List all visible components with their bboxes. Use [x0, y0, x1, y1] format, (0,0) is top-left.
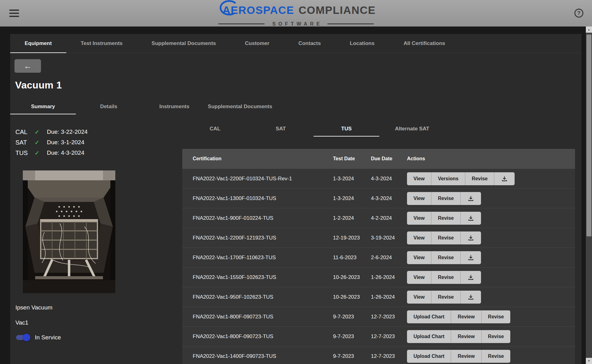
upload-chart-button[interactable]: Upload Chart — [407, 330, 451, 343]
tab-customer[interactable]: Customer — [230, 34, 284, 53]
view-button[interactable]: View — [407, 231, 431, 244]
revise-button[interactable]: Revise — [431, 271, 460, 284]
view-button[interactable]: View — [407, 251, 431, 264]
tab-test-instruments[interactable]: Test Instruments — [66, 34, 137, 53]
status-due-date: Due: 3-1-2024 — [47, 139, 84, 146]
hamburger-menu-button[interactable] — [9, 9, 20, 18]
tab-contacts[interactable]: Contacts — [284, 34, 335, 53]
review-button[interactable]: Review — [451, 310, 481, 323]
action-button-group: View Revise — [407, 251, 481, 264]
summary-panel: CAL ✓ Due: 3-22-2024 SAT ✓ Due: 3-1-2024… — [10, 117, 182, 364]
due-date-cell: 12-7-2023 — [371, 353, 407, 359]
action-button-group: View Revise — [407, 271, 481, 284]
content-container: Equipment Test Instruments Supplemental … — [10, 34, 582, 364]
actions-cell: Upload Chart Review Revise — [407, 330, 575, 343]
check-icon: ✓ — [35, 139, 45, 146]
revise-button[interactable]: Revise — [431, 291, 460, 304]
scroll-up-button[interactable]: ▲ — [586, 27, 592, 33]
download-button[interactable] — [460, 212, 481, 225]
download-icon — [501, 175, 508, 182]
view-button[interactable]: View — [407, 212, 431, 225]
main-tab-bar: Equipment Test Instruments Supplemental … — [10, 34, 582, 53]
review-button[interactable]: Review — [451, 350, 481, 363]
header-certification: Certification — [193, 156, 333, 162]
app-logo: AEROSPACE COMPLIANCE SOFTWARE — [216, 0, 376, 27]
tab-equipment[interactable]: Equipment — [10, 34, 66, 53]
download-button[interactable] — [460, 271, 481, 284]
status-row-tus: TUS ✓ Due: 4-3-2024 — [15, 148, 182, 158]
test-date-cell: 1-2-2024 — [333, 215, 371, 221]
back-button[interactable]: ← — [14, 59, 41, 73]
certification-cell: FNA2022-Vac1-1700F-110623-TUS — [193, 255, 333, 261]
header-test-date: Test Date — [333, 156, 371, 162]
tab-cal[interactable]: CAL — [182, 121, 248, 137]
actions-cell: View Revise — [407, 192, 575, 205]
action-button-group: Upload Chart Review Revise — [407, 350, 510, 363]
revise-button[interactable]: Revise — [465, 172, 494, 185]
view-button[interactable]: View — [407, 271, 431, 284]
back-arrow-icon: ← — [24, 62, 32, 70]
revise-button[interactable]: Revise — [431, 251, 460, 264]
table-row: FNA2022-Vac1-1400F-090723-TUS 9-7-2023 1… — [182, 346, 575, 364]
download-button[interactable] — [460, 192, 481, 205]
due-date-cell: 4-3-2024 — [371, 176, 407, 182]
view-button[interactable]: View — [407, 291, 431, 304]
in-service-toggle[interactable] — [15, 334, 30, 341]
revise-button[interactable]: Revise — [431, 231, 460, 244]
view-button[interactable]: View — [407, 192, 431, 205]
equipment-tag: Vac1 — [15, 319, 182, 326]
tab-instruments[interactable]: Instruments — [142, 99, 207, 114]
table-row: FNA2022-Vac1-1700F-110623-TUS 11-6-2023 … — [182, 247, 575, 267]
logo-subtitle: SOFTWARE — [269, 21, 323, 27]
versions-button[interactable]: Versions — [431, 172, 465, 185]
download-button[interactable] — [460, 251, 481, 264]
header-due-date: Due Date — [371, 156, 407, 162]
revise-button[interactable]: Revise — [481, 310, 511, 323]
upload-chart-button[interactable]: Upload Chart — [407, 350, 451, 363]
scrollbar-thumb[interactable] — [586, 35, 591, 236]
due-date-cell: 4-3-2024 — [371, 195, 407, 202]
tab-summary[interactable]: Summary — [10, 99, 76, 114]
revise-button[interactable]: Revise — [481, 330, 511, 343]
tab-tus[interactable]: TUS — [314, 121, 379, 137]
tab-supplemental-documents[interactable]: Supplemental Documents — [137, 34, 231, 53]
revise-button[interactable]: Revise — [481, 350, 511, 363]
view-button[interactable]: View — [407, 172, 431, 185]
tab-detail-supplemental-documents[interactable]: Supplemental Documents — [207, 99, 273, 114]
tab-alternate-sat[interactable]: Alternate SAT — [379, 121, 445, 137]
revise-button[interactable]: Revise — [431, 192, 460, 205]
action-button-group: View Revise — [407, 291, 481, 304]
download-icon — [467, 294, 474, 301]
help-icon: ? — [577, 10, 580, 16]
download-icon — [467, 235, 474, 241]
test-date-cell: 12-19-2023 — [333, 235, 371, 241]
table-row: FNA2022-Vac1-1550F-102623-TUS 10-26-2023… — [182, 267, 575, 287]
download-icon — [467, 215, 474, 222]
tab-locations[interactable]: Locations — [335, 34, 389, 53]
download-button[interactable] — [494, 172, 515, 185]
tab-sat[interactable]: SAT — [248, 121, 314, 137]
hamburger-icon — [9, 10, 19, 11]
download-icon — [467, 274, 474, 281]
scroll-down-button[interactable]: ▼ — [586, 358, 592, 364]
actions-cell: View Revise — [407, 251, 575, 264]
table-row: FNA2022-Vac1-2200F-010324-TUS-Rev-1 1-3-… — [182, 169, 575, 188]
vertical-scrollbar: ▲ ▼ — [586, 27, 592, 364]
review-button[interactable]: Review — [451, 330, 481, 343]
test-date-cell: 1-3-2024 — [333, 176, 371, 182]
test-date-cell: 9-7-2023 — [333, 353, 371, 359]
body-grid: CAL ✓ Due: 3-22-2024 SAT ✓ Due: 3-1-2024… — [10, 117, 582, 364]
action-button-group: View Revise — [407, 192, 481, 205]
download-button[interactable] — [460, 291, 481, 304]
check-icon: ✓ — [35, 149, 45, 157]
due-status-list: CAL ✓ Due: 3-22-2024 SAT ✓ Due: 3-1-2024… — [15, 127, 182, 158]
tab-details[interactable]: Details — [76, 99, 142, 114]
due-date-cell: 12-7-2023 — [371, 333, 407, 340]
download-icon — [467, 195, 474, 202]
toggle-thumb — [23, 334, 30, 341]
help-button[interactable]: ? — [574, 9, 583, 18]
download-button[interactable] — [460, 231, 481, 244]
upload-chart-button[interactable]: Upload Chart — [407, 310, 451, 323]
tab-all-certifications[interactable]: All Certifications — [389, 34, 460, 53]
revise-button[interactable]: Revise — [431, 212, 460, 225]
